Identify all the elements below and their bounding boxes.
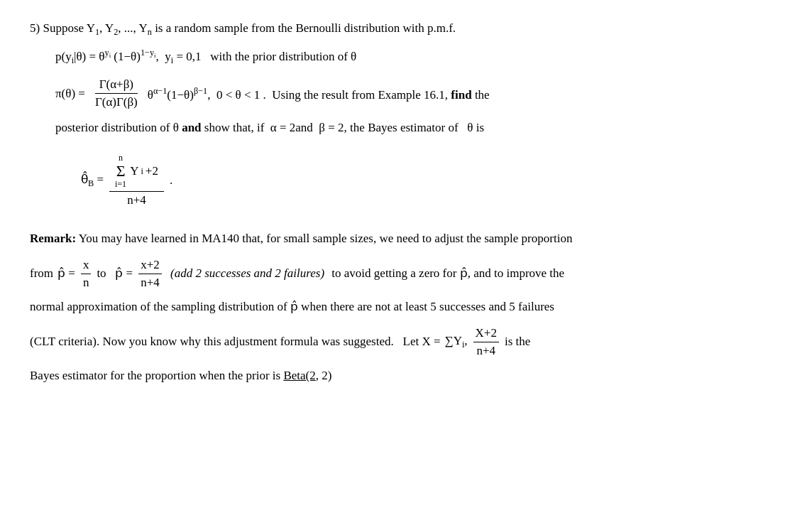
main-content: 5) Suppose Y1, Y2, ..., Yn is a random s… — [30, 21, 782, 386]
clt-den: n+4 — [474, 342, 498, 359]
from-phat: p̂ = — [57, 263, 75, 285]
sum-wrapper: n Σ i=1 — [115, 153, 126, 190]
gamma-numerator: Γ(α+β) — [95, 76, 138, 94]
remark-line: Remark: You may have learned in MA140 th… — [30, 229, 782, 249]
clt-num: X+2 — [473, 325, 499, 342]
clt-line: (CLT criteria). Now you know why this ad… — [30, 325, 782, 359]
theta-hat-block: θ̂B = n Σ i=1 Yi +2 n+4 . — [81, 151, 782, 209]
from-x-den: n — [81, 274, 92, 291]
pi-rest: θα−1(1−θ)β−1, 0 < θ < 1 . Using the resu… — [148, 86, 490, 102]
clt-sum: ∑Yi, — [445, 331, 468, 352]
remark-bold: Remark: — [30, 232, 76, 245]
pmf-expression: p(yi|θ) = θyi (1−θ)1−yi, yi = 0,1 with t… — [55, 48, 356, 66]
clt-text: (CLT criteria). Now you know why this ad… — [30, 332, 441, 352]
problem-num-text: 5) — [30, 21, 40, 35]
from-fraction: x n — [81, 256, 92, 291]
italic-add: (add 2 successes and 2 failures) — [168, 263, 328, 285]
pi-label: π(θ) = — [55, 87, 85, 101]
from-line: from p̂ = x n to p̂ = x+2 n+4 (add 2 suc… — [30, 256, 782, 291]
to-fraction: x+2 n+4 — [138, 256, 162, 291]
to-avoid-text: to avoid getting a zero for p̂, and to i… — [331, 263, 564, 285]
from-x-num: x — [81, 256, 92, 274]
posterior-text: posterior distribution of θ and show tha… — [55, 121, 484, 134]
pmf-line: p(yi|θ) = θyi (1−θ)1−yi, yi = 0,1 with t… — [55, 48, 782, 66]
period: . — [170, 173, 172, 188]
problem-number: 5) Suppose Y1, Y2, ..., Yn is a random s… — [30, 21, 782, 38]
to-x2-den: n+4 — [138, 274, 162, 291]
normal-text: normal approximation of the sampling dis… — [30, 300, 554, 313]
theta-hat-numerator: n Σ i=1 Yi +2 — [109, 151, 164, 192]
problem-intro: Suppose Y1, Y2, ..., Yn is a random samp… — [43, 21, 456, 35]
posterior-line: posterior distribution of θ and show tha… — [55, 118, 782, 139]
from-label: from — [30, 263, 53, 285]
remark-text: You may have learned in MA140 that, for … — [79, 232, 573, 245]
remark-section: Remark: You may have learned in MA140 th… — [30, 229, 782, 386]
pi-line: π(θ) = Γ(α+β) Γ(α)Γ(β) θα−1(1−θ)β−1, 0 <… — [55, 76, 782, 111]
to-label: to p̂ = — [97, 263, 133, 285]
sum-sigma: Σ — [116, 163, 126, 179]
theta-hat-denominator: n+4 — [121, 192, 152, 209]
theta-hat-label: θ̂B = — [81, 172, 104, 189]
normal-line: normal approximation of the sampling dis… — [30, 297, 782, 318]
gamma-fraction: Γ(α+β) Γ(α)Γ(β) — [91, 76, 142, 111]
gamma-denominator: Γ(α)Γ(β) — [91, 94, 142, 111]
bayes-line: Bayes estimator for the proportion when … — [30, 366, 782, 386]
sum-sub: i=1 — [115, 179, 126, 190]
to-x2-num: x+2 — [138, 256, 162, 274]
clt-fraction: X+2 n+4 — [473, 325, 499, 359]
bayes-text: Bayes estimator for the proportion when … — [30, 369, 331, 382]
clt-is-the: is the — [505, 332, 530, 352]
theta-hat-fraction: n Σ i=1 Yi +2 n+4 — [109, 151, 164, 209]
